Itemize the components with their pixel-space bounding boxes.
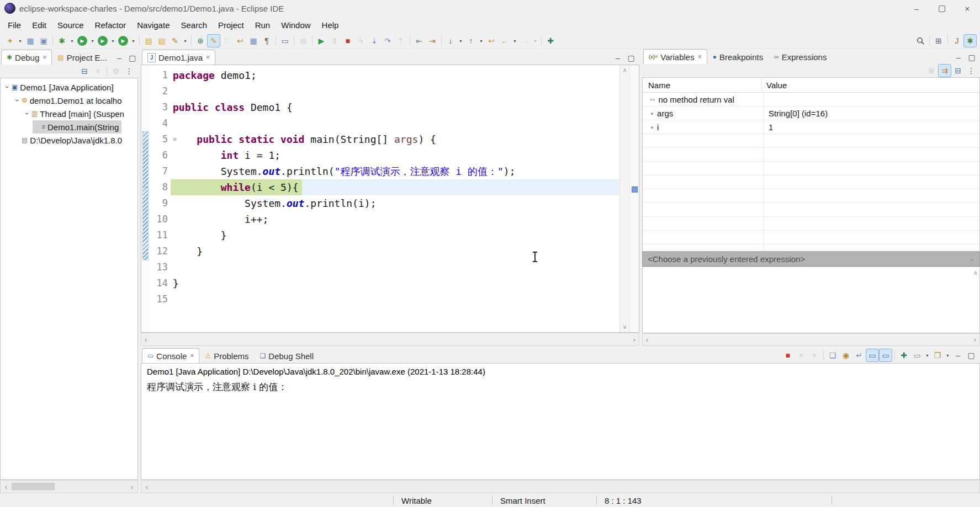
code-line[interactable] [171,259,619,275]
line-number[interactable]: 14 [150,275,171,291]
minimize-button[interactable]: – [904,0,929,17]
menu-run[interactable]: Run [250,18,276,32]
expander-icon[interactable]: › [13,97,21,105]
collapse-all-icon[interactable]: ⊟ [951,64,965,77]
line-number[interactable]: 6 [150,147,171,163]
pin-console-icon[interactable]: ✚ [897,349,910,362]
editor-content[interactable]: → 12345⊖6789101112131415 package demo1;p… [141,65,639,333]
step-return-icon[interactable]: ⇡ [394,34,407,47]
save-all-icon[interactable]: ▣ [37,34,50,47]
variables-horizontal-scrollbar[interactable]: ‹ › [642,333,980,346]
expression-combo[interactable]: <Choose a previously entered expression>… [642,252,980,266]
variables-row[interactable]: ●i1 [643,120,979,134]
view-menu-icon[interactable]: ⋮ [123,65,136,78]
menu-search[interactable]: Search [175,18,213,32]
run-dropdown[interactable]: ▾ [89,34,96,47]
editor-horizontal-scrollbar[interactable]: ‹ › [141,333,639,346]
debug-dropdown[interactable]: ▾ [68,34,76,47]
scroll-down-icon[interactable]: ∨ [622,323,627,330]
show-stdout-icon[interactable]: ▭ [866,349,879,362]
line-number[interactable]: 13 [150,259,171,275]
profile-dropdown[interactable]: ▾ [130,34,137,47]
code-line[interactable]: System.out.println("程序调试演示，注意观察 i 的值："); [171,163,619,179]
open-perspective-icon[interactable]: ⊞ [932,34,945,47]
display-selected-icon[interactable]: ▭ [278,34,292,47]
forward-icon[interactable]: → [518,34,532,47]
word-wrap-icon[interactable]: ↵ [852,349,866,362]
console-horizontal-scrollbar[interactable]: ‹ [141,480,980,493]
maximize-view-icon[interactable]: ▢ [965,51,978,64]
code-line[interactable]: } [171,227,619,243]
tree-jvm[interactable]: ›⚙demo1.Demo1 at localho [1,94,137,107]
line-number[interactable]: 4 [150,115,171,131]
remove-all-launches-icon[interactable]: × [808,349,821,362]
code-line[interactable]: public static void main(String[] args) { [171,131,619,147]
variables-empty-row[interactable] [643,189,979,203]
coverage-icon[interactable]: ▶ [98,36,108,46]
save-icon[interactable]: ▦ [24,34,37,47]
filter-icon[interactable]: ⚙ [109,65,123,78]
line-number[interactable]: 3 [150,99,171,115]
previous-annotation-dropdown[interactable]: ▾ [478,34,485,47]
debug-perspective-icon[interactable]: ✱ [963,34,977,47]
overview-current-line-marker[interactable] [632,186,638,193]
show-type-names-icon[interactable]: ⊞ [925,64,938,77]
tab-demo1-java[interactable]: JDemo1.java× [142,50,215,65]
line-number[interactable]: 15 [150,291,171,307]
code-line[interactable]: public class Demo1 { [171,99,619,115]
tree-thread-main[interactable]: ›▥Thread [main] (Suspen [1,107,137,120]
minimize-view-icon[interactable]: ‒ [611,51,624,65]
menu-edit[interactable]: Edit [27,18,52,32]
resume-icon[interactable]: ▶ [315,34,328,47]
coverage-dropdown[interactable]: ▾ [109,34,116,47]
tree-demo1-app[interactable]: ›▣Demo1 [Java Application] [1,81,137,94]
line-number[interactable]: 5⊖ [150,131,171,147]
drop-to-frame-icon[interactable]: ⇤ [412,34,426,47]
column-value[interactable]: Value [762,81,787,90]
close-tab-icon[interactable]: × [206,54,210,61]
scroll-up-icon[interactable]: ∧ [973,269,978,276]
maximize-view-icon[interactable]: ▢ [624,51,638,65]
show-whitespace-icon[interactable]: ¶ [260,34,273,47]
variables-empty-row[interactable] [643,244,979,252]
pin-editor-icon[interactable]: ✚ [544,34,557,47]
tab-debug[interactable]: ✱Debug× [1,50,52,65]
view-menu-icon[interactable]: ⋮ [965,64,978,77]
tab-problems[interactable]: ⚠Problems [199,348,254,363]
disconnect-icon[interactable]: ϟ [354,34,368,47]
previous-annotation-icon[interactable]: ↑ [464,34,478,47]
code-line[interactable]: package demo1; [171,67,619,83]
code-line[interactable]: i++; [171,211,619,227]
external-tools-icon[interactable]: ✎ [168,34,182,47]
open-resource-icon[interactable]: ▤ [155,34,168,47]
scroll-left-icon[interactable]: ‹ [145,335,147,344]
minimize-view-icon[interactable]: ‒ [952,51,965,64]
line-number[interactable]: 2 [150,83,171,99]
remove-launch-icon[interactable]: × [794,349,808,362]
column-name[interactable]: Name [643,78,762,92]
show-stderr-icon[interactable]: ▭ [879,349,892,362]
external-tools-dropdown[interactable]: ▾ [182,34,189,47]
open-console-icon[interactable]: ❐ [931,349,944,362]
expander-icon[interactable]: › [3,83,11,92]
menu-refactor[interactable]: Refactor [89,18,132,32]
search-icon[interactable] [914,34,927,47]
code-line[interactable] [171,291,619,307]
inspect-icon[interactable]: ◎ [296,34,310,47]
tree-jre[interactable]: ›▤D:\Develop\Java\jdk1.8.0 [1,134,137,147]
code-line[interactable]: System.out.println(i); [171,195,619,211]
code-line[interactable] [171,115,619,131]
close-tab-icon[interactable]: × [698,53,702,61]
editor-vertical-scrollbar[interactable]: ∧ ∨ [619,65,629,332]
new-wizard-dropdown[interactable]: ▾ [17,34,24,47]
line-number[interactable]: 9 [150,195,171,211]
debug-horizontal-scrollbar[interactable]: ‹ › [0,480,138,493]
line-number[interactable]: 7 [150,163,171,179]
new-wizard-icon[interactable]: ✦ [3,34,17,47]
tree-stackframe[interactable]: ›≡Demo1.main(String [1,120,137,134]
java-search-icon[interactable]: ⊛ [194,34,207,47]
use-step-filters-icon[interactable]: ⇥ [426,34,439,47]
suspend-icon[interactable]: Ⅱ [328,34,341,47]
tab-project-explorer[interactable]: ▤Project E... [52,50,113,65]
remove-all-terminated-icon[interactable]: × [91,65,104,78]
